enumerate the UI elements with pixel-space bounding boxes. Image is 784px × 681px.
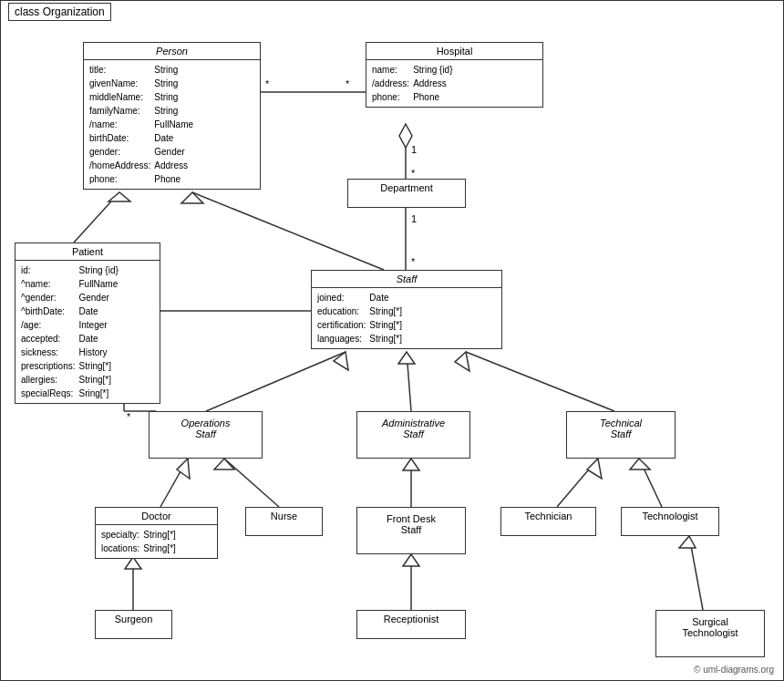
diagram-container: class Organization * * 1 * 1 * * * [0,0,784,681]
patient-body: id:String {id} ^name:FullName ^gender:Ge… [15,261,160,403]
patient-title: Patient [15,243,160,261]
surgical-technologist-title: SurgicalTechnologist [656,611,764,641]
svg-line-21 [407,352,411,411]
technical-staff-title: TechnicalStaff [567,412,675,442]
svg-text:*: * [127,411,131,422]
surgical-technologist-class: SurgicalTechnologist [655,610,765,657]
svg-marker-11 [108,192,130,201]
front-desk-staff-title: Front DeskStaff [357,508,465,538]
surgeon-title: Surgeon [96,611,171,627]
hospital-body: name:String {id} /address:Address phone:… [366,60,542,107]
person-class: Person title:String givenName:String mid… [83,42,261,190]
svg-line-33 [639,459,662,507]
svg-marker-4 [399,124,412,148]
patient-class: Patient id:String {id} ^name:FullName ^g… [15,242,160,404]
front-desk-staff-class: Front DeskStaff [356,507,466,554]
technologist-class: Technologist [621,507,719,536]
diagram-title: class Organization [8,3,111,21]
administrative-staff-title: AdministrativeStaff [357,412,469,442]
staff-body: joined:Date education:String[*] certific… [312,288,501,348]
copyright: © uml-diagrams.org [694,665,774,675]
department-class: Department [347,179,466,208]
svg-line-31 [557,459,598,507]
svg-line-23 [466,352,614,411]
svg-text:1: 1 [411,213,417,224]
nurse-title: Nurse [246,508,322,524]
svg-text:1: 1 [411,144,417,155]
department-title: Department [348,180,465,196]
hospital-class: Hospital name:String {id} /address:Addre… [366,42,543,108]
svg-text:*: * [346,78,350,89]
svg-line-39 [689,536,703,610]
surgeon-class: Surgeon [95,610,172,639]
person-title: Person [84,43,260,60]
svg-marker-22 [398,352,415,364]
receptionist-class: Receptionist [356,610,466,639]
staff-class: Staff joined:Date education:String[*] ce… [311,270,502,349]
nurse-class: Nurse [245,507,323,536]
person-body: title:String givenName:String middleName… [84,60,260,189]
svg-marker-26 [177,459,190,479]
svg-marker-28 [214,459,234,469]
operations-staff-title: OperationsStaff [150,412,262,442]
svg-marker-34 [630,459,650,469]
technologist-title: Technologist [622,508,718,524]
receptionist-title: Receptionist [357,611,465,627]
svg-marker-38 [403,554,419,566]
doctor-title: Doctor [96,508,217,525]
operations-staff-class: OperationsStaff [149,411,263,459]
doctor-class: Doctor specialty:String[*] locations:Str… [95,507,218,559]
technical-staff-class: TechnicalStaff [566,411,676,459]
svg-line-27 [224,459,279,507]
svg-marker-24 [455,352,469,371]
technician-class: Technician [500,507,596,536]
staff-title: Staff [312,271,501,288]
svg-marker-32 [587,459,602,479]
svg-marker-13 [181,192,203,203]
svg-line-10 [74,192,119,242]
svg-text:*: * [411,168,416,179]
administrative-staff-class: AdministrativeStaff [356,411,470,459]
svg-marker-20 [334,352,348,370]
svg-text:*: * [411,256,416,267]
technician-title: Technician [501,508,595,524]
svg-marker-30 [403,459,419,470]
doctor-body: specialty:String[*] locations:String[*] [96,525,217,558]
hospital-title: Hospital [366,43,542,60]
svg-text:*: * [265,78,270,89]
svg-line-19 [206,352,346,411]
svg-marker-40 [679,536,696,548]
svg-line-25 [160,459,188,507]
